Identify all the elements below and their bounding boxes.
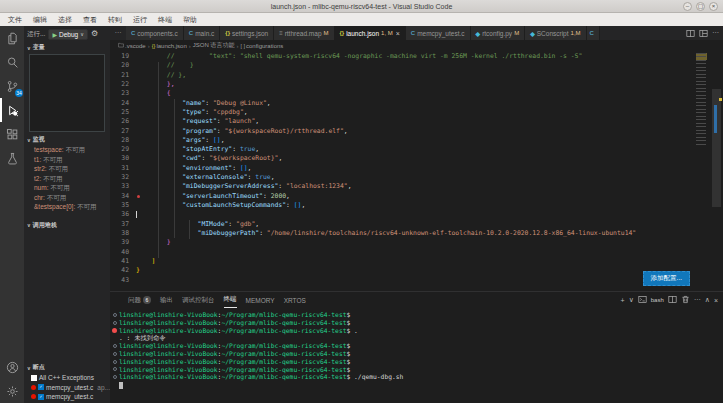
code-line-39[interactable]: 39 }: [110, 238, 695, 247]
breadcrumb-item[interactable]: JSON 语言功能: [193, 41, 235, 50]
tab-memcpy_utest.c[interactable]: Cmemcpy_utest.c: [406, 26, 471, 40]
tab-main.c[interactable]: Cmain.c: [184, 26, 221, 40]
code-line-29[interactable]: 29 "stopAtEntry": true,: [110, 145, 695, 154]
code-line-36[interactable]: 36: [110, 210, 695, 219]
launch-settings-gear-icon[interactable]: ⚙: [91, 30, 98, 38]
minimize-button[interactable]: –: [683, 2, 692, 11]
menubar-item[interactable]: 终端: [158, 15, 172, 25]
breadcrumb-item[interactable]: [ ]configurations: [240, 43, 283, 49]
watch-item[interactable]: chr: 不可用: [24, 193, 110, 203]
terminal-instance-label[interactable]: bash: [651, 297, 664, 303]
watch-item[interactable]: testspace: 不可用: [24, 145, 110, 155]
breakpoint-checkbox[interactable]: ✓: [38, 384, 44, 390]
tab-C[interactable]: C: [587, 26, 600, 40]
menubar-item[interactable]: 运行: [133, 15, 147, 25]
code-line-40[interactable]: 40: [110, 248, 695, 257]
run-and-debug-activity-button[interactable]: [0, 98, 24, 122]
breakpoint-checkbox[interactable]: ✓: [38, 394, 44, 400]
code-line-34[interactable]: 34 "serverLaunchTimeout": 2000,: [110, 192, 695, 201]
editor-scrollbar[interactable]: [708, 51, 723, 291]
tab-rtthread.map[interactable]: ≡rtthread.mapM: [274, 26, 334, 40]
maximize-button[interactable]: ▢: [696, 2, 705, 11]
watch-section-header[interactable]: ∨ 监视: [24, 134, 110, 145]
watch-item[interactable]: num: 不可用: [24, 183, 110, 193]
breakpoints-section-header[interactable]: ∨ 断点: [24, 362, 110, 373]
watch-item[interactable]: str2: 不可用: [24, 164, 110, 174]
watch-item[interactable]: t2: 不可用: [24, 174, 110, 184]
tab-rtconfig.py[interactable]: ◆rtconfig.pyM: [471, 26, 526, 40]
tab-settings.json[interactable]: {}settings.json: [220, 26, 274, 40]
chevron-up-icon[interactable]: ∧: [705, 296, 710, 304]
menubar-item[interactable]: 帮助: [183, 15, 197, 25]
more-icon[interactable]: ⋯: [694, 296, 701, 304]
watch-item[interactable]: &testspace[0]: 不可用: [24, 202, 110, 212]
settings-activity-button[interactable]: [0, 379, 24, 403]
debug-config-dropdown[interactable]: ▶ Debug ∨: [48, 29, 87, 40]
panel-tab-问题[interactable]: 问题6: [128, 292, 151, 308]
close-button[interactable]: ×: [709, 2, 718, 11]
split-icon[interactable]: [668, 295, 677, 305]
extensions-activity-button[interactable]: [0, 122, 24, 146]
code-line-24[interactable]: 24 "name": "Debug @Linux",: [110, 99, 695, 108]
menubar-item[interactable]: 编辑: [33, 15, 47, 25]
tab-launch.json[interactable]: {}launch.json1, M×: [335, 26, 406, 40]
terminal[interactable]: linshire@linshire-VivoBook:~/Program/mli…: [110, 308, 723, 403]
code-line-43[interactable]: 43: [110, 276, 695, 285]
testing-activity-button[interactable]: [0, 146, 24, 170]
code-line-30[interactable]: 30 "cwd": "${workspaceRoot}",: [110, 154, 695, 163]
breadcrumb-item[interactable]: {}launch.json: [152, 43, 187, 49]
close-tab-icon[interactable]: ×: [396, 30, 400, 37]
code-line-35[interactable]: 35 "customLaunchSetupCommands": [],: [110, 201, 695, 210]
panel-tab-调试控制台[interactable]: 调试控制台: [182, 292, 215, 308]
start-debug-icon[interactable]: ▶: [52, 31, 57, 38]
editor[interactable]: 19 // "text": "shell qemu-system-riscv64…: [110, 51, 723, 291]
code-line-22[interactable]: 22 },: [110, 80, 695, 89]
variables-section-header[interactable]: ∨ 变量: [24, 42, 110, 53]
panel-tab-XRTOS[interactable]: XRTOS: [284, 292, 306, 308]
code-line-26[interactable]: 26 "request": "launch",: [110, 117, 695, 126]
panel-tab-输出[interactable]: 输出: [160, 292, 173, 308]
search-activity-button[interactable]: [0, 50, 24, 74]
breakpoint-checkbox[interactable]: [31, 375, 37, 381]
breakpoint-item[interactable]: All C++ Exceptions: [24, 373, 110, 383]
more-icon[interactable]: ⋯: [712, 29, 719, 37]
more-tabs-icon[interactable]: ⋯: [110, 26, 126, 40]
code-line-33[interactable]: 33 "miDebuggerServerAddress": "localhost…: [110, 182, 695, 191]
code-line-41[interactable]: 41 ]: [110, 257, 695, 266]
code-line-21[interactable]: 21 // },: [110, 71, 695, 80]
code-line-37[interactable]: 37 "MIMode": "gdb",: [110, 220, 695, 229]
plus-icon[interactable]: +: [621, 297, 625, 304]
breakpoint-item[interactable]: ✓memcpy_utest.c: [24, 392, 110, 402]
code-line-25[interactable]: 25 "type": "cppdbg",: [110, 108, 695, 117]
watch-item[interactable]: t1: 不可用: [24, 155, 110, 165]
menubar-item[interactable]: 文件: [8, 15, 22, 25]
account-activity-button[interactable]: [0, 355, 24, 379]
tab-components.c[interactable]: Ccomponents.c: [126, 26, 184, 40]
call-stack-section-header[interactable]: ∨ 调用堆栈: [24, 220, 110, 231]
layout-icon[interactable]: [699, 26, 708, 40]
code-line-27[interactable]: 27 "program": "${workspaceRoot}/rtthread…: [110, 127, 695, 136]
variables-empty-view[interactable]: [29, 54, 105, 132]
split-editor-icon[interactable]: [686, 26, 695, 40]
panel-tab-终端[interactable]: 终端: [224, 292, 237, 308]
menubar-item[interactable]: 转到: [108, 15, 122, 25]
menubar-item[interactable]: 选择: [58, 15, 72, 25]
panel-tab-MEMORY[interactable]: MEMORY: [246, 292, 275, 308]
terminal-icon[interactable]: [638, 295, 647, 305]
explorer-activity-button[interactable]: [0, 26, 24, 50]
breadcrumb-item[interactable]: .vscode: [118, 42, 146, 49]
code-line-42[interactable]: 42}: [110, 266, 695, 275]
tab-SConscript[interactable]: ◆SConscript1,M: [525, 26, 586, 40]
code-line-38[interactable]: 38 "miDebuggerPath": "/home/linshire/too…: [110, 229, 695, 238]
breakpoint-item[interactable]: ✓memcpy_utest.cap...: [24, 383, 110, 393]
code-line-28[interactable]: 28 "args": [],: [110, 136, 695, 145]
code-line-19[interactable]: 19 // "text": "shell qemu-system-riscv64…: [110, 52, 695, 61]
close-icon[interactable]: ×: [714, 297, 718, 304]
source-control-activity-button[interactable]: 34: [0, 74, 24, 98]
code-line-20[interactable]: 20 // }: [110, 61, 695, 70]
code-line-31[interactable]: 31 "environment": [],: [110, 164, 695, 173]
trash-icon[interactable]: [681, 295, 690, 305]
code-line-32[interactable]: 32 "externalConsole": true,: [110, 173, 695, 182]
add-configuration-button[interactable]: 添加配置...: [643, 271, 690, 286]
menubar-item[interactable]: 查看: [83, 15, 97, 25]
